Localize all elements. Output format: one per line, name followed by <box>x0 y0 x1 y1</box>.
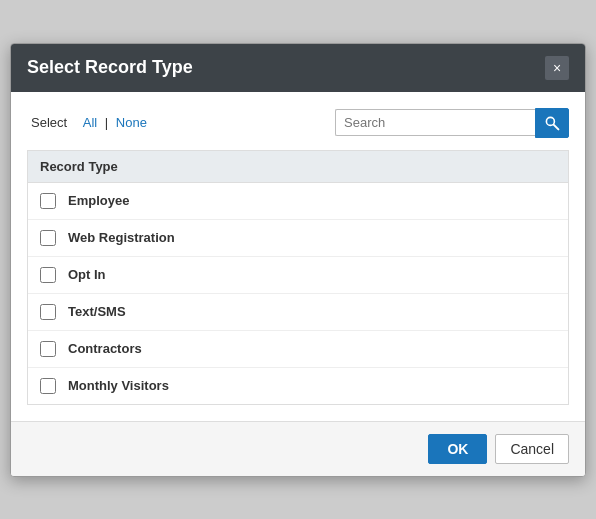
dialog-title: Select Record Type <box>27 57 193 78</box>
svg-line-1 <box>554 124 559 129</box>
ok-button[interactable]: OK <box>428 434 487 464</box>
select-none-link[interactable]: None <box>116 115 147 130</box>
separator: | <box>105 115 108 130</box>
record-row-text-sms[interactable]: Text/SMS <box>28 294 568 331</box>
dialog-header: Select Record Type × <box>11 44 585 92</box>
checkbox-employee[interactable] <box>40 193 56 209</box>
dialog-body: Select All | None Record Type <box>11 92 585 421</box>
label-web-registration: Web Registration <box>68 230 175 245</box>
label-text-sms: Text/SMS <box>68 304 126 319</box>
checkbox-web-registration[interactable] <box>40 230 56 246</box>
table-header: Record Type <box>28 151 568 183</box>
search-area <box>335 108 569 138</box>
close-button[interactable]: × <box>545 56 569 80</box>
record-row-web-registration[interactable]: Web Registration <box>28 220 568 257</box>
select-prefix: Select <box>31 115 67 130</box>
checkbox-monthly-visitors[interactable] <box>40 378 56 394</box>
label-monthly-visitors: Monthly Visitors <box>68 378 169 393</box>
label-employee: Employee <box>68 193 129 208</box>
select-all-link[interactable]: All <box>83 115 97 130</box>
search-icon <box>544 115 560 131</box>
select-record-type-dialog: Select Record Type × Select All | None <box>10 43 586 477</box>
checkbox-contractors[interactable] <box>40 341 56 357</box>
search-button[interactable] <box>535 108 569 138</box>
label-opt-in: Opt In <box>68 267 106 282</box>
record-row-monthly-visitors[interactable]: Monthly Visitors <box>28 368 568 404</box>
record-row-opt-in[interactable]: Opt In <box>28 257 568 294</box>
select-links: Select All | None <box>27 115 147 130</box>
dialog-footer: OK Cancel <box>11 421 585 476</box>
search-input[interactable] <box>335 109 535 136</box>
cancel-button[interactable]: Cancel <box>495 434 569 464</box>
record-row-employee[interactable]: Employee <box>28 183 568 220</box>
checkbox-opt-in[interactable] <box>40 267 56 283</box>
column-header-record-type: Record Type <box>40 159 118 174</box>
checkbox-text-sms[interactable] <box>40 304 56 320</box>
record-type-table: Record Type Employee Web Registration Op… <box>27 150 569 405</box>
toolbar: Select All | None <box>27 108 569 138</box>
label-contractors: Contractors <box>68 341 142 356</box>
record-row-contractors[interactable]: Contractors <box>28 331 568 368</box>
table-rows: Employee Web Registration Opt In Text/SM… <box>28 183 568 404</box>
